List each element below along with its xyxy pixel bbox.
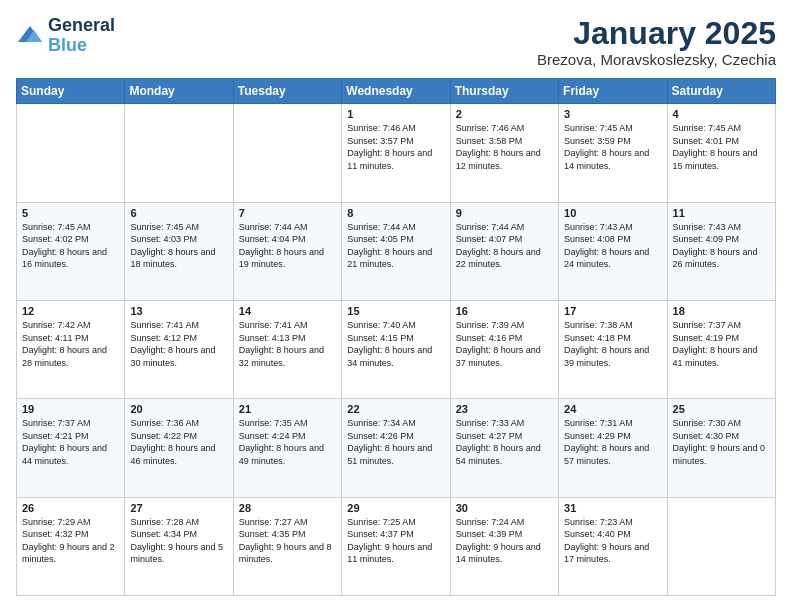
col-monday: Monday bbox=[125, 79, 233, 104]
table-row: 2 Sunrise: 7:46 AMSunset: 3:58 PMDayligh… bbox=[450, 104, 558, 202]
cell-content: Sunrise: 7:46 AMSunset: 3:57 PMDaylight:… bbox=[347, 122, 444, 172]
cell-content: Sunrise: 7:27 AMSunset: 4:35 PMDaylight:… bbox=[239, 516, 336, 566]
cell-content: Sunrise: 7:31 AMSunset: 4:29 PMDaylight:… bbox=[564, 417, 661, 467]
cell-content: Sunrise: 7:35 AMSunset: 4:24 PMDaylight:… bbox=[239, 417, 336, 467]
table-row: 9 Sunrise: 7:44 AMSunset: 4:07 PMDayligh… bbox=[450, 202, 558, 300]
day-number: 13 bbox=[130, 305, 227, 317]
cell-content: Sunrise: 7:44 AMSunset: 4:04 PMDaylight:… bbox=[239, 221, 336, 271]
day-number: 3 bbox=[564, 108, 661, 120]
col-sunday: Sunday bbox=[17, 79, 125, 104]
calendar-subtitle: Brezova, Moravskoslezsky, Czechia bbox=[537, 51, 776, 68]
day-number: 12 bbox=[22, 305, 119, 317]
day-number: 30 bbox=[456, 502, 553, 514]
calendar-table: Sunday Monday Tuesday Wednesday Thursday… bbox=[16, 78, 776, 596]
day-number: 18 bbox=[673, 305, 770, 317]
col-friday: Friday bbox=[559, 79, 667, 104]
day-number: 31 bbox=[564, 502, 661, 514]
calendar-header-row: Sunday Monday Tuesday Wednesday Thursday… bbox=[17, 79, 776, 104]
day-number: 16 bbox=[456, 305, 553, 317]
table-row: 20 Sunrise: 7:36 AMSunset: 4:22 PMDaylig… bbox=[125, 399, 233, 497]
day-number: 4 bbox=[673, 108, 770, 120]
cell-content: Sunrise: 7:45 AMSunset: 4:01 PMDaylight:… bbox=[673, 122, 770, 172]
table-row: 21 Sunrise: 7:35 AMSunset: 4:24 PMDaylig… bbox=[233, 399, 341, 497]
day-number: 5 bbox=[22, 207, 119, 219]
cell-content: Sunrise: 7:24 AMSunset: 4:39 PMDaylight:… bbox=[456, 516, 553, 566]
logo-icon bbox=[16, 22, 44, 50]
day-number: 15 bbox=[347, 305, 444, 317]
day-number: 23 bbox=[456, 403, 553, 415]
table-row: 14 Sunrise: 7:41 AMSunset: 4:13 PMDaylig… bbox=[233, 300, 341, 398]
table-row: 26 Sunrise: 7:29 AMSunset: 4:32 PMDaylig… bbox=[17, 497, 125, 595]
cell-content: Sunrise: 7:37 AMSunset: 4:19 PMDaylight:… bbox=[673, 319, 770, 369]
cell-content: Sunrise: 7:43 AMSunset: 4:08 PMDaylight:… bbox=[564, 221, 661, 271]
table-row: 27 Sunrise: 7:28 AMSunset: 4:34 PMDaylig… bbox=[125, 497, 233, 595]
cell-content: Sunrise: 7:44 AMSunset: 4:05 PMDaylight:… bbox=[347, 221, 444, 271]
table-row: 19 Sunrise: 7:37 AMSunset: 4:21 PMDaylig… bbox=[17, 399, 125, 497]
day-number: 22 bbox=[347, 403, 444, 415]
day-number: 7 bbox=[239, 207, 336, 219]
cell-content: Sunrise: 7:44 AMSunset: 4:07 PMDaylight:… bbox=[456, 221, 553, 271]
cell-content: Sunrise: 7:25 AMSunset: 4:37 PMDaylight:… bbox=[347, 516, 444, 566]
day-number: 10 bbox=[564, 207, 661, 219]
table-row: 3 Sunrise: 7:45 AMSunset: 3:59 PMDayligh… bbox=[559, 104, 667, 202]
cell-content: Sunrise: 7:33 AMSunset: 4:27 PMDaylight:… bbox=[456, 417, 553, 467]
table-row: 22 Sunrise: 7:34 AMSunset: 4:26 PMDaylig… bbox=[342, 399, 450, 497]
table-row: 28 Sunrise: 7:27 AMSunset: 4:35 PMDaylig… bbox=[233, 497, 341, 595]
table-row: 13 Sunrise: 7:41 AMSunset: 4:12 PMDaylig… bbox=[125, 300, 233, 398]
cell-content: Sunrise: 7:23 AMSunset: 4:40 PMDaylight:… bbox=[564, 516, 661, 566]
cell-content: Sunrise: 7:45 AMSunset: 4:03 PMDaylight:… bbox=[130, 221, 227, 271]
table-row: 12 Sunrise: 7:42 AMSunset: 4:11 PMDaylig… bbox=[17, 300, 125, 398]
calendar-title: January 2025 bbox=[537, 16, 776, 51]
day-number: 24 bbox=[564, 403, 661, 415]
cell-content: Sunrise: 7:39 AMSunset: 4:16 PMDaylight:… bbox=[456, 319, 553, 369]
cell-content: Sunrise: 7:38 AMSunset: 4:18 PMDaylight:… bbox=[564, 319, 661, 369]
table-row bbox=[17, 104, 125, 202]
table-row: 30 Sunrise: 7:24 AMSunset: 4:39 PMDaylig… bbox=[450, 497, 558, 595]
col-tuesday: Tuesday bbox=[233, 79, 341, 104]
table-row: 31 Sunrise: 7:23 AMSunset: 4:40 PMDaylig… bbox=[559, 497, 667, 595]
cell-content: Sunrise: 7:40 AMSunset: 4:15 PMDaylight:… bbox=[347, 319, 444, 369]
day-number: 14 bbox=[239, 305, 336, 317]
day-number: 25 bbox=[673, 403, 770, 415]
table-row: 25 Sunrise: 7:30 AMSunset: 4:30 PMDaylig… bbox=[667, 399, 775, 497]
table-row: 23 Sunrise: 7:33 AMSunset: 4:27 PMDaylig… bbox=[450, 399, 558, 497]
table-row bbox=[667, 497, 775, 595]
day-number: 17 bbox=[564, 305, 661, 317]
table-row: 18 Sunrise: 7:37 AMSunset: 4:19 PMDaylig… bbox=[667, 300, 775, 398]
cell-content: Sunrise: 7:37 AMSunset: 4:21 PMDaylight:… bbox=[22, 417, 119, 467]
day-number: 2 bbox=[456, 108, 553, 120]
table-row: 8 Sunrise: 7:44 AMSunset: 4:05 PMDayligh… bbox=[342, 202, 450, 300]
cell-content: Sunrise: 7:34 AMSunset: 4:26 PMDaylight:… bbox=[347, 417, 444, 467]
cell-content: Sunrise: 7:41 AMSunset: 4:13 PMDaylight:… bbox=[239, 319, 336, 369]
day-number: 9 bbox=[456, 207, 553, 219]
col-saturday: Saturday bbox=[667, 79, 775, 104]
day-number: 11 bbox=[673, 207, 770, 219]
cell-content: Sunrise: 7:41 AMSunset: 4:12 PMDaylight:… bbox=[130, 319, 227, 369]
table-row: 7 Sunrise: 7:44 AMSunset: 4:04 PMDayligh… bbox=[233, 202, 341, 300]
day-number: 28 bbox=[239, 502, 336, 514]
table-row: 10 Sunrise: 7:43 AMSunset: 4:08 PMDaylig… bbox=[559, 202, 667, 300]
day-number: 8 bbox=[347, 207, 444, 219]
page: General Blue January 2025 Brezova, Morav… bbox=[0, 0, 792, 612]
logo: General Blue bbox=[16, 16, 115, 56]
cell-content: Sunrise: 7:29 AMSunset: 4:32 PMDaylight:… bbox=[22, 516, 119, 566]
table-row: 6 Sunrise: 7:45 AMSunset: 4:03 PMDayligh… bbox=[125, 202, 233, 300]
table-row: 11 Sunrise: 7:43 AMSunset: 4:09 PMDaylig… bbox=[667, 202, 775, 300]
cell-content: Sunrise: 7:28 AMSunset: 4:34 PMDaylight:… bbox=[130, 516, 227, 566]
day-number: 21 bbox=[239, 403, 336, 415]
cell-content: Sunrise: 7:30 AMSunset: 4:30 PMDaylight:… bbox=[673, 417, 770, 467]
day-number: 26 bbox=[22, 502, 119, 514]
day-number: 29 bbox=[347, 502, 444, 514]
cell-content: Sunrise: 7:45 AMSunset: 3:59 PMDaylight:… bbox=[564, 122, 661, 172]
table-row: 17 Sunrise: 7:38 AMSunset: 4:18 PMDaylig… bbox=[559, 300, 667, 398]
cell-content: Sunrise: 7:45 AMSunset: 4:02 PMDaylight:… bbox=[22, 221, 119, 271]
cell-content: Sunrise: 7:46 AMSunset: 3:58 PMDaylight:… bbox=[456, 122, 553, 172]
table-row: 4 Sunrise: 7:45 AMSunset: 4:01 PMDayligh… bbox=[667, 104, 775, 202]
table-row: 1 Sunrise: 7:46 AMSunset: 3:57 PMDayligh… bbox=[342, 104, 450, 202]
table-row bbox=[233, 104, 341, 202]
cell-content: Sunrise: 7:42 AMSunset: 4:11 PMDaylight:… bbox=[22, 319, 119, 369]
cell-content: Sunrise: 7:36 AMSunset: 4:22 PMDaylight:… bbox=[130, 417, 227, 467]
cell-content: Sunrise: 7:43 AMSunset: 4:09 PMDaylight:… bbox=[673, 221, 770, 271]
table-row: 5 Sunrise: 7:45 AMSunset: 4:02 PMDayligh… bbox=[17, 202, 125, 300]
table-row: 24 Sunrise: 7:31 AMSunset: 4:29 PMDaylig… bbox=[559, 399, 667, 497]
